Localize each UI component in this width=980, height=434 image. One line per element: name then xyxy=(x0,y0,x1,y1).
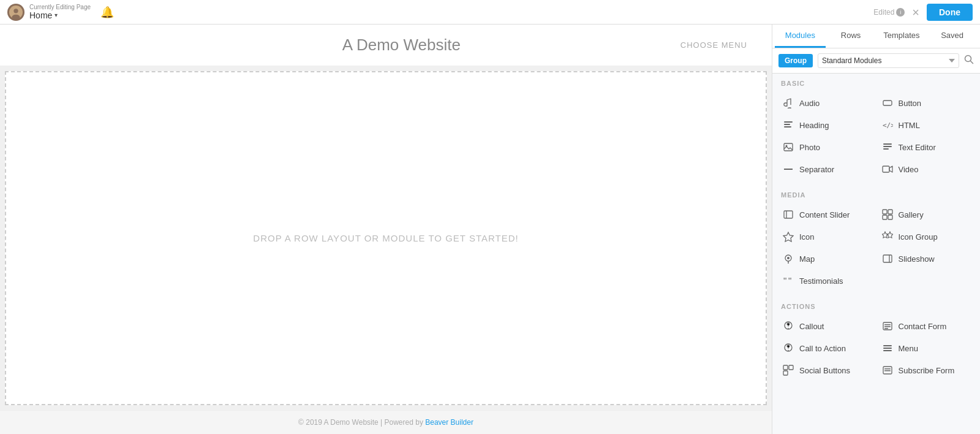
module-social-buttons-label: Social Buttons xyxy=(799,366,850,375)
svg-rect-13 xyxy=(883,146,892,147)
website-preview: A Demo Website CHOOSE MENU DROP A ROW LA… xyxy=(0,25,772,434)
module-photo[interactable]: Photo xyxy=(777,136,876,158)
module-map[interactable]: Map xyxy=(777,248,876,270)
svg-rect-7 xyxy=(784,124,790,125)
module-subscribe-form[interactable]: Subscribe Form xyxy=(876,359,976,381)
svg-point-1 xyxy=(13,9,18,13)
module-dropdown[interactable]: Standard Modules xyxy=(818,53,959,68)
module-content-slider[interactable]: Content Slider xyxy=(777,204,876,226)
module-menu-label: Menu xyxy=(899,344,919,353)
module-callout[interactable]: Callout xyxy=(777,315,876,337)
top-bar-left: Currently Editing Page Home ▾ 🔔 xyxy=(7,4,114,21)
module-button[interactable]: Button xyxy=(876,92,976,114)
module-text-editor[interactable]: Text Editor xyxy=(876,136,976,158)
editing-label: Currently Editing Page xyxy=(29,4,91,10)
svg-rect-46 xyxy=(783,371,788,375)
module-separator[interactable]: Separator xyxy=(777,158,876,180)
panel-tabs: Modules Rows Templates Saved xyxy=(772,25,980,48)
module-social-buttons[interactable]: Social Buttons xyxy=(777,359,876,381)
svg-rect-20 xyxy=(888,210,892,214)
module-audio[interactable]: Audio xyxy=(777,92,876,114)
close-button[interactable]: × xyxy=(912,6,919,18)
section-actions-label: Actions xyxy=(772,297,980,313)
module-text-editor-label: Text Editor xyxy=(899,143,936,152)
tab-saved[interactable]: Saved xyxy=(927,25,978,48)
tab-modules[interactable]: Modules xyxy=(775,25,826,48)
module-video[interactable]: Video xyxy=(876,158,976,180)
page-dropdown-arrow[interactable]: ▾ xyxy=(55,12,58,18)
menu-icon xyxy=(881,342,894,354)
site-footer: © 2019 A Demo Website | Powered by Beave… xyxy=(0,410,772,434)
button-icon xyxy=(881,97,894,109)
callout-icon xyxy=(782,320,794,332)
icon-group-icon xyxy=(881,230,894,243)
svg-rect-49 xyxy=(884,370,891,371)
html-icon: </> xyxy=(881,119,894,131)
svg-rect-14 xyxy=(883,148,889,150)
section-basic-label: Basic xyxy=(772,74,980,89)
module-testimonials-label: Testimonials xyxy=(799,276,843,286)
text-editor-icon xyxy=(881,141,894,153)
subscribe-form-icon xyxy=(881,364,894,376)
svg-line-4 xyxy=(971,61,973,64)
top-bar-right: Edited i × Done xyxy=(873,4,973,21)
module-subscribe-form-label: Subscribe Form xyxy=(899,366,955,375)
svg-rect-19 xyxy=(883,210,887,214)
tab-templates[interactable]: Templates xyxy=(876,25,927,48)
photo-icon xyxy=(782,141,794,153)
module-map-label: Map xyxy=(799,254,815,264)
map-icon xyxy=(782,253,794,265)
module-gallery[interactable]: Gallery xyxy=(876,204,976,226)
search-button[interactable] xyxy=(964,55,974,67)
module-testimonials[interactable]: "" Testimonials xyxy=(777,270,876,292)
module-slideshow[interactable]: Slideshow xyxy=(876,248,976,270)
info-icon[interactable]: i xyxy=(896,8,905,17)
module-callout-label: Callout xyxy=(799,322,824,331)
module-video-label: Video xyxy=(899,165,919,174)
video-icon xyxy=(881,163,894,175)
module-heading[interactable]: Heading xyxy=(777,114,876,136)
page-name[interactable]: Home ▾ xyxy=(29,10,91,20)
group-button[interactable]: Group xyxy=(778,54,813,67)
editing-info: Currently Editing Page Home ▾ xyxy=(29,4,91,20)
svg-rect-17 xyxy=(784,211,793,218)
canvas-area: A Demo Website CHOOSE MENU DROP A ROW LA… xyxy=(0,25,772,434)
right-panel: Modules Rows Templates Saved Group Stand… xyxy=(772,25,980,434)
module-icon-group-label: Icon Group xyxy=(899,232,938,242)
avatar xyxy=(7,4,24,21)
module-contact-form[interactable]: Contact Form xyxy=(876,315,976,337)
tab-rows[interactable]: Rows xyxy=(826,25,876,48)
slideshow-icon xyxy=(881,253,894,265)
svg-rect-29 xyxy=(883,255,892,262)
module-icon-group[interactable]: Icon Group xyxy=(876,226,976,248)
svg-rect-12 xyxy=(883,143,892,145)
edited-label: Edited i xyxy=(873,8,905,17)
module-html[interactable]: </> HTML xyxy=(876,114,976,136)
svg-rect-38 xyxy=(884,328,888,329)
section-media-grid: Content Slider Gallery Icon xyxy=(772,201,980,297)
module-slideshow-label: Slideshow xyxy=(899,254,935,264)
bell-icon[interactable]: 🔔 xyxy=(100,6,114,19)
section-actions-grid: Callout Contact Form Call to Action xyxy=(772,313,980,386)
module-icon[interactable]: Icon xyxy=(777,226,876,248)
svg-point-34 xyxy=(788,328,789,329)
separator-icon xyxy=(782,163,794,175)
svg-rect-41 xyxy=(883,345,892,346)
main-layout: A Demo Website CHOOSE MENU DROP A ROW LA… xyxy=(0,25,980,434)
svg-rect-8 xyxy=(784,126,791,128)
footer-link[interactable]: Beaver Builder xyxy=(425,418,473,427)
canvas-drop-area[interactable]: DROP A ROW LAYOUT OR MODULE TO GET START… xyxy=(5,71,767,405)
module-call-to-action[interactable]: Call to Action xyxy=(777,337,876,359)
panel-toolbar: Group Standard Modules xyxy=(772,48,980,74)
module-call-to-action-label: Call to Action xyxy=(799,344,846,353)
svg-point-40 xyxy=(788,350,789,351)
choose-menu[interactable]: CHOOSE MENU xyxy=(680,40,747,50)
module-menu[interactable]: Menu xyxy=(876,337,976,359)
heading-icon xyxy=(782,119,794,131)
module-html-label: HTML xyxy=(899,121,920,130)
content-slider-icon xyxy=(782,208,794,221)
svg-rect-45 xyxy=(789,365,793,370)
done-button[interactable]: Done xyxy=(927,4,973,21)
testimonials-icon: "" xyxy=(782,275,794,287)
svg-text:</>: </> xyxy=(883,121,893,129)
